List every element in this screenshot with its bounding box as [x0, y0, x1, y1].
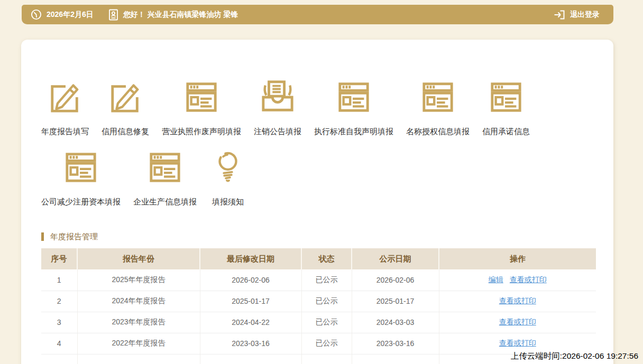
table-row: 32023年年度报告2024-04-22已公示2024-03-03查看或打印	[41, 312, 596, 333]
view-or-print-link[interactable]: 查看或打印	[499, 339, 536, 347]
view-or-print-link[interactable]: 查看或打印	[499, 318, 536, 326]
publish-date: 2024-03-03	[352, 312, 439, 333]
form-page-icon	[335, 78, 372, 114]
upload-time-overlay: 上传云端时间:2026-02-06 19:27:56	[511, 351, 638, 362]
column-header: 操作	[439, 248, 596, 269]
quick-action-item[interactable]: 营业执照作废声明填报	[162, 78, 241, 136]
date-group: 2026年2月6日	[31, 9, 94, 20]
logout-button[interactable]: 退出登录	[553, 10, 600, 20]
quick-action-item[interactable]: 企业生产信息填报	[133, 148, 197, 207]
clock-icon	[31, 9, 42, 20]
quick-action-item[interactable]: 信用承诺信息	[482, 78, 530, 136]
inbox-doc-icon	[259, 78, 296, 114]
last-modified-date: 2023-03-16	[200, 333, 301, 354]
column-header: 报告年份	[77, 248, 200, 269]
status: 已公示	[301, 291, 352, 312]
quick-action-item[interactable]: 填报须知	[209, 148, 246, 207]
publish-date: 2025-01-17	[352, 291, 439, 312]
main-card: 年度报告填写 信用信息修复 营业执照作废声明填报 注销公告填报 执	[21, 40, 613, 364]
status: 已公示	[301, 333, 352, 354]
edit-report-icon	[47, 78, 84, 114]
quick-action-item[interactable]: 年度报告填写	[41, 78, 89, 136]
quick-action-item[interactable]: 注销公告填报	[254, 78, 301, 136]
empty-cell	[200, 354, 301, 364]
status: 已公示	[301, 312, 352, 333]
form-page-icon	[62, 148, 99, 184]
view-or-print-link[interactable]: 查看或打印	[510, 275, 547, 284]
logout-label: 退出登录	[570, 10, 600, 20]
empty-cell	[352, 354, 439, 364]
section-header: 年度报告管理	[41, 231, 596, 241]
row-number: 1	[41, 269, 77, 291]
empty-cell	[41, 354, 77, 364]
column-header: 最后修改日期	[200, 248, 301, 269]
form-page-icon	[183, 78, 220, 114]
form-page-icon	[146, 148, 183, 184]
section-marker-icon	[41, 232, 44, 241]
quick-actions-row-1: 年度报告填写 信用信息修复 营业执照作废声明填报 注销公告填报 执	[41, 40, 596, 136]
lightbulb-icon	[209, 148, 246, 184]
logout-icon	[553, 10, 565, 20]
report-year: 2024年年度报告	[77, 291, 200, 312]
section-title: 年度报告管理	[50, 231, 98, 241]
quick-actions-row-2: 公司减少注册资本填报 企业生产信息填报 填报须知	[41, 148, 596, 207]
report-year: 2025年年度报告	[77, 269, 200, 291]
report-year: 2023年年度报告	[77, 312, 200, 333]
form-page-icon	[488, 78, 525, 114]
row-number: 4	[41, 333, 77, 354]
view-or-print-link[interactable]: 查看或打印	[499, 296, 536, 305]
edit-credit-icon	[107, 78, 144, 114]
row-number: 2	[41, 291, 77, 312]
actions-cell: 查看或打印	[439, 291, 596, 312]
greeting-group: 您好！ 兴业县石南镇梁锋油坊 梁锋	[108, 9, 238, 21]
column-header: 公示日期	[352, 248, 439, 269]
user-badge-icon	[108, 9, 118, 21]
quick-action-item[interactable]: 名称授权信息填报	[406, 78, 470, 136]
publish-date: 2026-02-06	[352, 269, 439, 291]
empty-cell	[301, 354, 352, 364]
row-number: 3	[41, 312, 77, 333]
column-header: 状态	[301, 248, 352, 269]
empty-cell	[77, 354, 200, 364]
status: 已公示	[301, 269, 352, 291]
column-header: 序号	[41, 248, 77, 269]
actions-cell: 查看或打印	[439, 312, 596, 333]
table-header-row: 序号报告年份最后修改日期状态公示日期操作	[41, 248, 596, 269]
form-page-icon	[419, 78, 456, 114]
quick-action-item[interactable]: 公司减少注册资本填报	[41, 148, 121, 207]
table-row: 22024年年度报告2025-01-17已公示2025-01-17查看或打印	[41, 291, 596, 312]
current-date: 2026年2月6日	[47, 10, 94, 20]
report-year: 2022年年度报告	[77, 333, 200, 354]
table-row: 12025年年度报告2026-02-06已公示2026-02-06编辑查看或打印	[41, 269, 596, 291]
quick-action-item[interactable]: 执行标准自我声明填报	[314, 78, 393, 136]
actions-cell: 编辑查看或打印	[439, 269, 596, 291]
last-modified-date: 2024-04-22	[200, 312, 301, 333]
last-modified-date: 2025-01-17	[200, 291, 301, 312]
topbar: 2026年2月6日 您好！ 兴业县石南镇梁锋油坊 梁锋 退出登录	[22, 5, 613, 24]
publish-date: 2023-03-16	[352, 333, 439, 354]
quick-action-item[interactable]: 信用信息修复	[102, 78, 149, 136]
annual-report-table: 序号报告年份最后修改日期状态公示日期操作 12025年年度报告2026-02-0…	[41, 248, 596, 364]
edit-link[interactable]: 编辑	[489, 275, 503, 284]
greeting-text: 您好！ 兴业县石南镇梁锋油坊 梁锋	[123, 10, 238, 20]
last-modified-date: 2026-02-06	[200, 269, 301, 291]
